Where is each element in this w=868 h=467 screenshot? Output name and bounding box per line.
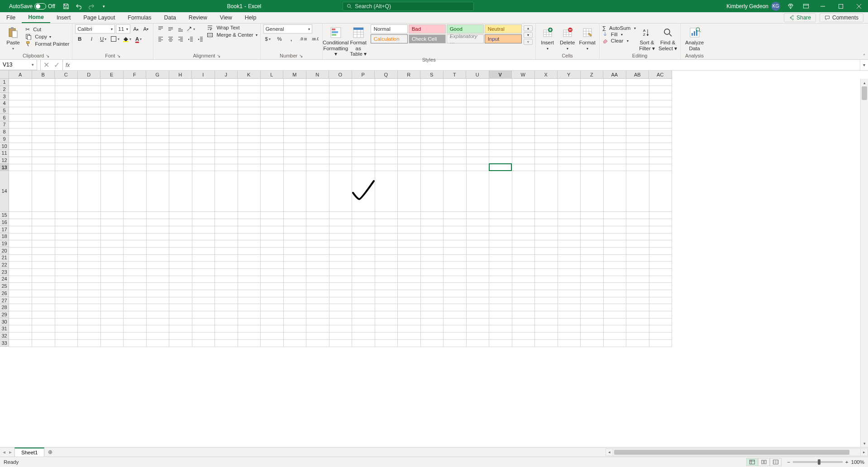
cell[interactable]: [649, 311, 672, 319]
delete-cells-button[interactable]: Delete▾: [558, 24, 577, 51]
cell[interactable]: [581, 254, 604, 262]
cell[interactable]: [626, 233, 649, 240]
cell[interactable]: [398, 114, 421, 121]
cell[interactable]: [306, 150, 329, 157]
cell[interactable]: [375, 333, 398, 340]
cell[interactable]: [55, 304, 78, 311]
cell[interactable]: [581, 121, 604, 129]
cell[interactable]: [535, 150, 558, 157]
cell[interactable]: [32, 268, 55, 276]
cell[interactable]: [55, 283, 78, 290]
cell[interactable]: [9, 143, 32, 150]
conditional-formatting-button[interactable]: ConditionalFormatting ▾: [325, 24, 346, 57]
enter-formula-icon[interactable]: ✓: [54, 61, 60, 69]
cell[interactable]: [238, 79, 261, 86]
cell[interactable]: [626, 212, 649, 219]
cell[interactable]: [466, 164, 489, 171]
fx-icon[interactable]: fx: [63, 60, 72, 70]
cell[interactable]: [169, 276, 192, 283]
cell[interactable]: [489, 226, 512, 233]
cell[interactable]: [329, 219, 352, 226]
hscroll-right-icon[interactable]: ▸: [860, 448, 868, 456]
styles-more-icon[interactable]: ▿: [524, 39, 533, 45]
cell[interactable]: [535, 262, 558, 269]
cell[interactable]: [352, 262, 375, 269]
cell[interactable]: [375, 262, 398, 269]
cell[interactable]: [352, 100, 375, 107]
cell[interactable]: [581, 143, 604, 150]
cell[interactable]: [420, 86, 444, 93]
cell[interactable]: [352, 283, 375, 290]
cell[interactable]: [649, 86, 672, 93]
cell[interactable]: [489, 339, 512, 347]
cell[interactable]: [398, 311, 421, 319]
cell[interactable]: [283, 325, 306, 333]
cell[interactable]: [535, 212, 558, 219]
cell[interactable]: [283, 86, 306, 93]
cell[interactable]: [192, 150, 215, 157]
cell[interactable]: [55, 100, 78, 107]
cell[interactable]: [192, 226, 215, 233]
cell[interactable]: [261, 262, 284, 269]
cell[interactable]: [512, 311, 535, 319]
cell[interactable]: [489, 233, 512, 240]
cell[interactable]: [649, 107, 672, 114]
cell[interactable]: [192, 240, 215, 248]
undo-button[interactable]: [73, 1, 84, 11]
column-header[interactable]: B: [32, 71, 55, 79]
cell[interactable]: [78, 171, 101, 212]
cell[interactable]: [124, 150, 147, 157]
cell[interactable]: [489, 93, 512, 100]
cell[interactable]: [215, 333, 238, 340]
cell[interactable]: [489, 219, 512, 226]
cell[interactable]: [124, 233, 147, 240]
cell[interactable]: [375, 157, 398, 164]
cell[interactable]: [32, 79, 55, 86]
cell[interactable]: [444, 86, 467, 93]
cell[interactable]: [215, 93, 238, 100]
cut-button[interactable]: ✂ Cut: [25, 26, 69, 33]
cell[interactable]: [489, 304, 512, 311]
cell[interactable]: [649, 268, 672, 276]
cell[interactable]: [558, 283, 581, 290]
row-header[interactable]: 10: [0, 143, 9, 150]
cell[interactable]: [124, 247, 147, 254]
cell[interactable]: [261, 157, 284, 164]
row-header[interactable]: 26: [0, 290, 9, 297]
cell[interactable]: [603, 121, 626, 129]
cell[interactable]: [329, 171, 352, 212]
paste-dropdown-icon[interactable]: ▾: [12, 47, 14, 51]
cell[interactable]: [581, 157, 604, 164]
cell[interactable]: [535, 254, 558, 262]
cell[interactable]: [261, 318, 284, 325]
cell[interactable]: [238, 339, 261, 347]
cell[interactable]: [55, 333, 78, 340]
cell[interactable]: [329, 226, 352, 233]
cell[interactable]: [626, 276, 649, 283]
cell[interactable]: [100, 93, 124, 100]
column-header[interactable]: K: [238, 71, 261, 79]
cell[interactable]: [535, 79, 558, 86]
cell[interactable]: [215, 129, 238, 136]
cell[interactable]: [169, 136, 192, 143]
cell[interactable]: [100, 247, 124, 254]
cell[interactable]: [466, 325, 489, 333]
cell[interactable]: [444, 150, 467, 157]
cell[interactable]: [55, 276, 78, 283]
cell[interactable]: [558, 93, 581, 100]
cell[interactable]: [306, 79, 329, 86]
cell[interactable]: [581, 339, 604, 347]
cell[interactable]: [283, 129, 306, 136]
cell[interactable]: [466, 114, 489, 121]
cell[interactable]: [375, 121, 398, 129]
cell[interactable]: [535, 304, 558, 311]
cell[interactable]: [306, 339, 329, 347]
cell[interactable]: [78, 276, 101, 283]
cell[interactable]: [329, 325, 352, 333]
cell[interactable]: [238, 268, 261, 276]
cell[interactable]: [444, 171, 467, 212]
cell[interactable]: [375, 86, 398, 93]
cell[interactable]: [512, 219, 535, 226]
cell[interactable]: [444, 268, 467, 276]
cell[interactable]: [146, 114, 169, 121]
